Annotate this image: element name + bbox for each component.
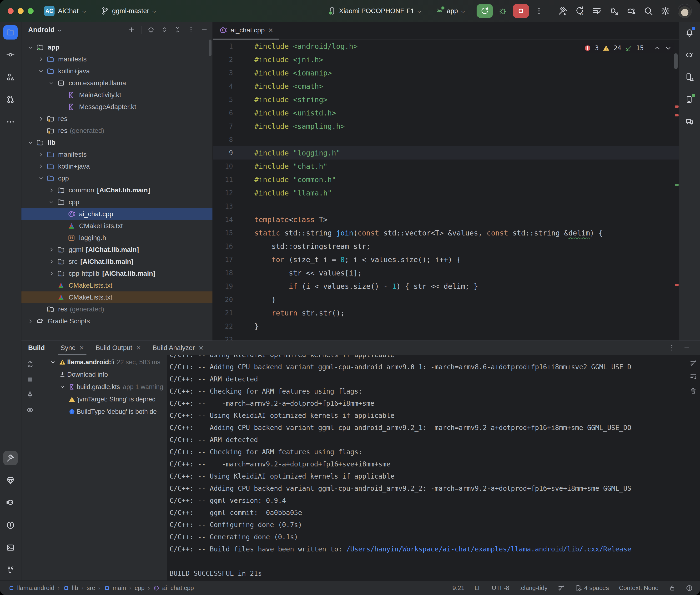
settings-button[interactable] bbox=[661, 6, 670, 16]
branch-selector[interactable]: ggml-master ⌄ bbox=[101, 7, 156, 15]
terminal-tool-button[interactable] bbox=[3, 540, 18, 555]
search-everywhere-button[interactable] bbox=[643, 6, 653, 16]
breadcrumb-main[interactable]: main bbox=[104, 584, 126, 592]
encoding[interactable]: UTF-8 bbox=[492, 584, 509, 592]
build-tree-item[interactable]: BuildType 'debug' is both de bbox=[38, 405, 167, 418]
user-avatar[interactable] bbox=[678, 4, 692, 18]
tree-item-messageadapter-kt[interactable]: MessageAdapter.kt bbox=[22, 101, 213, 113]
tree-item-res[interactable]: res bbox=[22, 113, 213, 125]
tree-item-manifests[interactable]: manifests bbox=[22, 148, 213, 161]
hide-panel-button[interactable] bbox=[200, 26, 208, 34]
tree-item-com-example-llama[interactable]: com.example.llama bbox=[22, 77, 213, 89]
build-output-link[interactable]: /Users/hanyin/Workspace/ai-chat/examples… bbox=[346, 545, 632, 553]
pin-tab-button[interactable] bbox=[26, 391, 34, 399]
breadcrumb-lib[interactable]: lib bbox=[63, 584, 78, 592]
app-quality-insights-button[interactable] bbox=[3, 473, 18, 488]
add-button[interactable] bbox=[128, 26, 135, 34]
close-tab-icon[interactable]: ✕ bbox=[136, 344, 141, 351]
tree-item-common[interactable]: common[AiChat.lib.main] bbox=[22, 184, 213, 196]
project-selector[interactable]: AC AiChat ⌄ bbox=[41, 4, 89, 18]
gradle-sync-button[interactable] bbox=[626, 6, 636, 16]
project-view-selector[interactable]: Android bbox=[28, 26, 55, 34]
editor-scrollbar[interactable] bbox=[674, 53, 678, 69]
tree-item-cpp[interactable]: cpp bbox=[22, 196, 213, 208]
build-tab-sync[interactable]: Sync✕ bbox=[55, 341, 90, 355]
sync-rerun-button[interactable] bbox=[26, 360, 34, 368]
caret-position[interactable]: 9:21 bbox=[452, 584, 465, 592]
tree-item-logging-h[interactable]: logging.h bbox=[22, 232, 213, 244]
tree-scrollbar[interactable] bbox=[208, 39, 212, 56]
more-run-options-button[interactable] bbox=[535, 7, 543, 15]
attach-debugger-button[interactable] bbox=[609, 6, 619, 16]
logcat-tool-button[interactable] bbox=[3, 496, 18, 510]
build-tree-item[interactable]: Download info bbox=[38, 368, 167, 381]
build-output[interactable]: C/C++: -- Using KleidiAI optimized kerne… bbox=[167, 355, 687, 580]
error-stripe-mark[interactable] bbox=[675, 114, 678, 116]
minimize-window-button[interactable] bbox=[18, 8, 24, 14]
breadcrumb-cpp[interactable]: cpp bbox=[135, 584, 145, 592]
notifications-button[interactable] bbox=[682, 25, 697, 39]
running-devices-button[interactable] bbox=[682, 92, 697, 107]
tree-item-cpp[interactable]: cpp bbox=[22, 172, 213, 184]
editor-tab-ai-chat-cpp[interactable]: C ai_chat.cpp ✕ bbox=[213, 22, 279, 40]
breadcrumb-src[interactable]: src bbox=[87, 584, 95, 592]
build-tree-item[interactable]: llama.android: fi22 sec, 583 ms bbox=[38, 356, 167, 368]
close-tab-icon[interactable]: ✕ bbox=[268, 27, 273, 34]
tree-item-ai-chat-cpp[interactable]: Cai_chat.cpp bbox=[22, 208, 213, 220]
inspections-widget-icon[interactable] bbox=[686, 585, 693, 592]
version-control-tool-button[interactable] bbox=[3, 563, 18, 577]
build-tool-button[interactable] bbox=[3, 451, 18, 465]
line-separator[interactable]: LF bbox=[474, 584, 482, 592]
device-manager-button[interactable] bbox=[682, 70, 697, 84]
locate-file-button[interactable] bbox=[147, 26, 155, 34]
project-tool-button[interactable] bbox=[3, 25, 18, 39]
gradle-tool-button[interactable] bbox=[682, 48, 697, 62]
error-stripe-mark[interactable] bbox=[675, 184, 678, 186]
tree-item-kotlin-java[interactable]: kotlin+java bbox=[22, 65, 213, 77]
tree-item-cmakelists-txt[interactable]: CMakeLists.txt bbox=[22, 220, 213, 232]
close-tab-icon[interactable]: ✕ bbox=[79, 344, 84, 351]
inspections-widget[interactable]: 3 24 15 bbox=[582, 43, 674, 53]
more-tools-button[interactable] bbox=[3, 115, 18, 129]
profiler-button[interactable] bbox=[592, 6, 602, 16]
indent-size[interactable]: 4 spaces bbox=[575, 584, 609, 592]
tree-item-app[interactable]: app bbox=[22, 41, 213, 53]
tree-item-cpp-httplib[interactable]: cpp-httplib[AiChat.lib.main] bbox=[22, 267, 213, 280]
tree-item-gradle-scripts[interactable]: Gradle Scripts bbox=[22, 315, 213, 327]
structure-tool-button[interactable] bbox=[3, 70, 18, 84]
collapse-all-button[interactable] bbox=[174, 26, 181, 34]
debug-button[interactable] bbox=[499, 7, 507, 15]
build-tree-item[interactable]: build.gradle.ktsapp 1 warning bbox=[38, 381, 167, 393]
tree-item-lib[interactable]: lib bbox=[22, 137, 213, 148]
tree-item-manifests[interactable]: manifests bbox=[22, 53, 213, 65]
code-area[interactable]: 3 24 15 1#include <android/log.h>2#inclu… bbox=[213, 39, 679, 340]
pull-requests-tool-button[interactable] bbox=[3, 92, 18, 107]
gemini-tool-button[interactable] bbox=[682, 115, 697, 129]
lock-icon[interactable] bbox=[669, 585, 676, 592]
breadcrumb-ai-chat-cpp[interactable]: Cai_chat.cpp bbox=[153, 584, 194, 592]
tree-item-cmakelists-txt[interactable]: CMakeLists.txt bbox=[22, 280, 213, 291]
tree-item-kotlin-java[interactable]: kotlin+java bbox=[22, 161, 213, 172]
tree-item-res[interactable]: res(generated) bbox=[22, 303, 213, 315]
scroll-to-end-button[interactable] bbox=[690, 373, 697, 381]
device-selector[interactable]: Xiaomi POCOPHONE F1 ⌄ bbox=[328, 7, 422, 15]
context[interactable]: Context: None bbox=[619, 584, 659, 592]
build-tree-item[interactable]: 'jvmTarget: String' is deprec bbox=[38, 393, 167, 405]
close-window-button[interactable] bbox=[8, 8, 13, 14]
error-stripe-mark[interactable] bbox=[675, 284, 678, 286]
clang-tidy[interactable]: .clang-tidy bbox=[519, 584, 548, 592]
close-tab-icon[interactable]: ✕ bbox=[199, 344, 204, 351]
build-tab-build-analyzer[interactable]: Build Analyzer✕ bbox=[147, 341, 209, 355]
options-menu-button[interactable] bbox=[187, 26, 195, 34]
commit-tool-button[interactable] bbox=[3, 48, 18, 62]
indent-style-icon[interactable] bbox=[558, 585, 565, 592]
stop-build-button[interactable] bbox=[26, 375, 34, 384]
tree-item-mainactivity-kt[interactable]: MainActivity.kt bbox=[22, 89, 213, 101]
tree-item-cmakelists-txt[interactable]: CMakeLists.txt bbox=[22, 291, 213, 303]
apply-changes-button[interactable]: A bbox=[575, 6, 585, 16]
zoom-window-button[interactable] bbox=[28, 8, 34, 14]
breadcrumb-llama-android[interactable]: llama.android bbox=[8, 584, 54, 592]
rerun-button[interactable] bbox=[477, 4, 493, 18]
tree-item-src[interactable]: src[AiChat.lib.main] bbox=[22, 256, 213, 267]
error-stripe-mark[interactable] bbox=[675, 106, 678, 108]
